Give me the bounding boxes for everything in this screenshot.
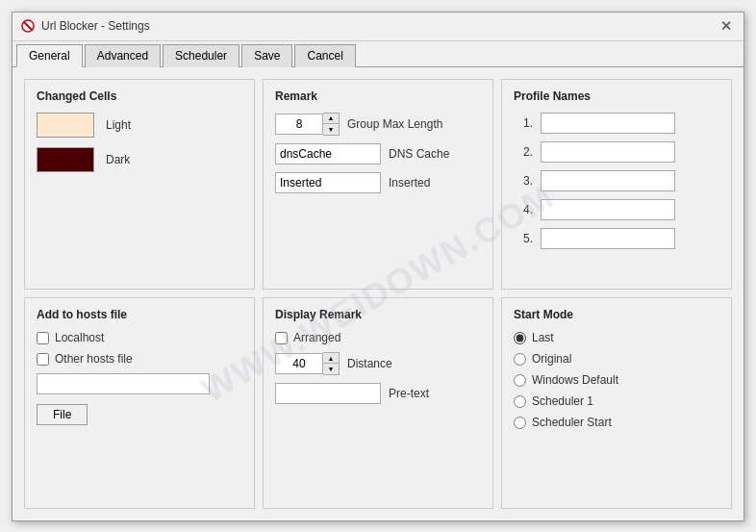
distance-spinner[interactable]: 40 ▲ ▼ — [275, 352, 340, 375]
radio-last[interactable] — [514, 332, 526, 344]
radio-windows-default-label: Windows Default — [532, 373, 618, 387]
dark-color-row: Dark — [37, 147, 242, 172]
inserted-row: Inserted Inserted — [275, 172, 481, 193]
profile-num-1: 1. — [514, 116, 533, 130]
tab-bar: General Advanced Scheduler Save Cancel — [13, 41, 743, 67]
title-bar: Url Blocker - Settings ✕ — [13, 13, 743, 41]
profile-num-5: 5. — [514, 232, 533, 245]
radio-scheduler1-label: Scheduler 1 — [532, 394, 593, 408]
light-color-row: Light — [37, 113, 242, 138]
radio-last-label: Last — [532, 331, 554, 344]
dns-cache-input[interactable]: dnsCache — [275, 143, 381, 165]
file-input-wrap — [37, 373, 242, 394]
main-window: Url Blocker - Settings ✕ General Advance… — [12, 12, 744, 521]
profile-row-2: 2. — [514, 141, 719, 163]
radio-scheduler1[interactable] — [514, 395, 526, 408]
profile-num-2: 2. — [514, 145, 533, 159]
dns-cache-label: DNS Cache — [389, 147, 449, 161]
profile-row-5: 5. — [514, 228, 719, 249]
pretext-row: Pre-text — [275, 383, 481, 404]
distance-input[interactable]: 40 — [275, 353, 323, 374]
pretext-input[interactable] — [275, 383, 381, 404]
profile-row-1: 1. — [514, 113, 719, 134]
add-hosts-panel: Add to hosts file Localhost Other hosts … — [24, 297, 255, 509]
remark-panel: Remark 8 ▲ ▼ Group Max Length dnsCache D… — [263, 79, 493, 291]
radio-last-row: Last — [514, 331, 719, 344]
add-hosts-title: Add to hosts file — [37, 308, 242, 321]
distance-label: Distance — [347, 357, 392, 370]
radio-original-row: Original — [514, 352, 719, 366]
tab-advanced[interactable]: Advanced — [85, 44, 161, 67]
radio-windows-default[interactable] — [514, 374, 526, 387]
spinner-down[interactable]: ▼ — [323, 124, 339, 135]
window-title: Url Blocker - Settings — [41, 19, 150, 33]
app-icon — [20, 18, 36, 34]
profile-names-title: Profile Names — [514, 89, 719, 103]
tab-general[interactable]: General — [16, 44, 83, 67]
distance-spinner-down[interactable]: ▼ — [323, 364, 339, 374]
profile-input-1[interactable] — [541, 113, 675, 134]
other-hosts-checkbox[interactable] — [37, 353, 49, 366]
inserted-label: Inserted — [389, 176, 430, 190]
profile-row-3: 3. — [514, 170, 719, 191]
profile-names-panel: Profile Names 1. 2. 3. 4. 5. — [501, 79, 732, 291]
profile-input-5[interactable] — [541, 228, 675, 249]
localhost-label: Localhost — [55, 331, 104, 344]
content-area: WWW.WEIDOWN.COM Changed Cells Light Dark… — [13, 67, 743, 520]
profile-row-4: 4. — [514, 199, 719, 220]
radio-scheduler-start-label: Scheduler Start — [532, 416, 612, 429]
light-swatch[interactable] — [37, 113, 94, 138]
arranged-checkbox[interactable] — [275, 332, 288, 344]
start-mode-panel: Start Mode Last Original Windows Default… — [501, 297, 732, 509]
start-mode-title: Start Mode — [514, 308, 719, 321]
changed-cells-title: Changed Cells — [37, 89, 242, 103]
group-max-length-input[interactable]: 8 — [275, 114, 323, 135]
spinner-up[interactable]: ▲ — [323, 114, 339, 124]
remark-title: Remark — [275, 89, 481, 103]
display-remark-title: Display Remark — [275, 308, 481, 321]
changed-cells-panel: Changed Cells Light Dark — [24, 79, 255, 291]
tab-scheduler[interactable]: Scheduler — [163, 44, 239, 67]
title-bar-left: Url Blocker - Settings — [20, 18, 150, 34]
radio-original-label: Original — [532, 352, 571, 366]
radio-scheduler-start-row: Scheduler Start — [514, 416, 719, 429]
dark-label: Dark — [106, 153, 130, 166]
distance-row: 40 ▲ ▼ Distance — [275, 352, 481, 375]
radio-windows-default-row: Windows Default — [514, 373, 719, 387]
distance-spinner-buttons: ▲ ▼ — [323, 352, 340, 375]
localhost-row: Localhost — [37, 331, 242, 344]
inserted-input[interactable]: Inserted — [275, 172, 381, 193]
arranged-label: Arranged — [293, 331, 340, 344]
profile-input-2[interactable] — [541, 141, 675, 163]
other-hosts-row: Other hosts file — [37, 352, 242, 366]
tab-cancel[interactable]: Cancel — [294, 44, 355, 67]
radio-scheduler-start[interactable] — [514, 417, 526, 429]
light-label: Light — [106, 118, 131, 132]
file-button[interactable]: File — [37, 404, 88, 425]
display-remark-panel: Display Remark Arranged 40 ▲ ▼ Distance … — [263, 297, 493, 509]
distance-spinner-up[interactable]: ▲ — [323, 353, 339, 364]
dark-swatch[interactable] — [37, 147, 94, 172]
group-max-length-row: 8 ▲ ▼ Group Max Length — [275, 113, 481, 136]
dns-cache-row: dnsCache DNS Cache — [275, 143, 481, 165]
other-hosts-label: Other hosts file — [55, 352, 133, 366]
group-max-length-spinner[interactable]: 8 ▲ ▼ — [275, 113, 340, 136]
radio-scheduler1-row: Scheduler 1 — [514, 394, 719, 408]
close-button[interactable]: ✕ — [717, 18, 736, 34]
spinner-buttons: ▲ ▼ — [323, 113, 340, 136]
profile-input-4[interactable] — [541, 199, 675, 220]
profile-input-3[interactable] — [541, 170, 675, 191]
group-max-length-label: Group Max Length — [347, 117, 442, 131]
profile-num-3: 3. — [514, 174, 533, 188]
file-path-input[interactable] — [37, 373, 210, 394]
localhost-checkbox[interactable] — [37, 332, 49, 344]
tab-save[interactable]: Save — [241, 44, 292, 67]
profile-num-4: 4. — [514, 203, 533, 216]
arranged-row: Arranged — [275, 331, 481, 344]
pretext-label: Pre-text — [389, 387, 429, 400]
radio-original[interactable] — [514, 353, 526, 366]
